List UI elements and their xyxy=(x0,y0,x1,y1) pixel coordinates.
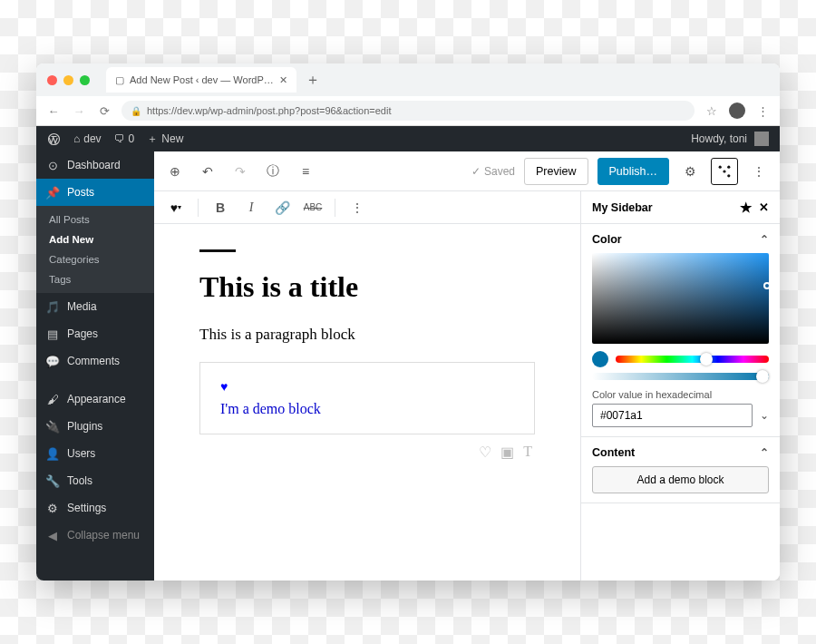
reload-button[interactable]: ⟳ xyxy=(96,104,112,118)
bold-button[interactable]: B xyxy=(208,195,233,220)
sidebar-item-media[interactable]: 🎵 Media xyxy=(36,293,154,320)
wp-body: ⊙ Dashboard 📌 Posts All Posts Add New Ca… xyxy=(36,151,780,581)
sidebar-collapse[interactable]: ◀ Collapse menu xyxy=(36,522,154,549)
chevron-up-icon: ⌃ xyxy=(760,446,769,459)
close-tab-icon[interactable]: ✕ xyxy=(279,74,287,86)
svg-point-1 xyxy=(719,165,722,168)
comment-count: 0 xyxy=(129,132,135,145)
url-bar[interactable]: 🔒 https://dev.wp/wp-admin/post.php?post=… xyxy=(121,101,695,121)
add-demo-block-button[interactable]: Add a demo block xyxy=(592,466,769,493)
chrome-menu-icon[interactable]: ⋮ xyxy=(754,104,771,118)
new-content-link[interactable]: ＋ New xyxy=(147,132,183,147)
color-section-toggle[interactable]: Color ⌃ xyxy=(592,233,769,246)
profile-avatar[interactable] xyxy=(729,102,745,119)
user-avatar[interactable] xyxy=(754,132,769,146)
svg-point-3 xyxy=(727,174,730,177)
wp-admin-bar: ⌂ dev 🗨 0 ＋ New Howdy, toni xyxy=(36,126,780,151)
close-window-button[interactable] xyxy=(47,75,57,85)
comments-link[interactable]: 🗨 0 xyxy=(114,132,135,145)
maximize-window-button[interactable] xyxy=(80,75,90,85)
chevron-down-icon[interactable]: ⌄ xyxy=(760,409,769,422)
redo-button[interactable]: ↷ xyxy=(228,160,252,183)
back-button[interactable]: ← xyxy=(45,104,62,118)
gear-icon: ⚙ xyxy=(45,502,60,515)
demo-block[interactable]: ♥ I'm a demo block ♡ ▣ T xyxy=(199,362,535,434)
plug-icon: 🔌 xyxy=(45,420,60,434)
panel-section-color: Color ⌃ xyxy=(581,224,780,437)
submenu-all-posts[interactable]: All Posts xyxy=(36,210,154,229)
panel-section-content: Content ⌃ Add a demo block xyxy=(581,437,780,503)
submenu-categories[interactable]: Categories xyxy=(36,249,154,269)
block-more-button[interactable]: ⋮ xyxy=(345,195,370,220)
sidebar-item-tools[interactable]: 🔧 Tools xyxy=(36,467,154,494)
heart-icon: ♥ xyxy=(220,379,514,394)
saved-label: Saved xyxy=(484,165,515,178)
panel-title: My Sidebar xyxy=(592,201,653,214)
hex-input-label: Color value in hexadecimal xyxy=(592,389,769,400)
block-heart-icon[interactable]: ♥▾ xyxy=(163,195,189,220)
minimize-window-button[interactable] xyxy=(63,75,73,85)
window-controls xyxy=(47,75,90,85)
star-icon[interactable]: ★ xyxy=(740,200,752,216)
sidebar-label: Tools xyxy=(67,474,92,487)
info-button[interactable]: ⓘ xyxy=(261,160,285,183)
wp-logo-icon[interactable] xyxy=(47,132,61,146)
alpha-thumb[interactable] xyxy=(756,370,769,383)
howdy-text[interactable]: Howdy, toni xyxy=(691,132,747,145)
sidebar-item-posts[interactable]: 📌 Posts xyxy=(36,179,154,206)
link-button[interactable]: 🔗 xyxy=(269,195,295,220)
new-tab-button[interactable]: ＋ xyxy=(304,71,322,89)
document-area[interactable]: This is a title This is a paragraph bloc… xyxy=(154,224,580,460)
image-icon[interactable]: ▣ xyxy=(500,444,514,461)
outline-button[interactable]: ≡ xyxy=(294,160,317,183)
submenu-tags[interactable]: Tags xyxy=(36,269,154,289)
sidebar-item-users[interactable]: 👤 Users xyxy=(36,440,154,467)
tab-title: Add New Post ‹ dev — WordP… xyxy=(130,74,274,85)
content-section-toggle[interactable]: Content ⌃ xyxy=(592,446,769,459)
saturation-picker[interactable] xyxy=(592,253,769,344)
check-icon: ✓ xyxy=(471,165,481,178)
forward-button[interactable]: → xyxy=(71,104,87,118)
post-title[interactable]: This is a title xyxy=(199,270,535,304)
heart-outline-icon[interactable]: ♡ xyxy=(479,444,491,461)
settings-gear-button[interactable]: ⚙ xyxy=(678,160,702,183)
alpha-slider[interactable] xyxy=(592,373,769,380)
browser-tab[interactable]: ▢ Add New Post ‹ dev — WordP… ✕ xyxy=(106,67,296,93)
save-status: ✓ Saved xyxy=(471,165,515,178)
sidebar-item-pages[interactable]: ▤ Pages xyxy=(36,320,154,347)
plugin-sidebar-toggle[interactable] xyxy=(711,158,738,185)
editor-body: ♥▾ B I 🔗 ABC ⋮ This is a title This is a… xyxy=(154,191,780,581)
collapse-icon: ◀ xyxy=(45,529,60,542)
text-icon[interactable]: T xyxy=(523,444,532,461)
dashboard-icon: ⊙ xyxy=(45,159,60,172)
new-label: New xyxy=(161,132,183,145)
undo-button[interactable]: ↶ xyxy=(196,160,219,183)
svg-point-4 xyxy=(727,165,730,168)
sidebar-item-appearance[interactable]: 🖌 Appearance xyxy=(36,385,154,413)
sidebar-item-settings[interactable]: ⚙ Settings xyxy=(36,494,154,522)
editor-canvas: ♥▾ B I 🔗 ABC ⋮ This is a title This is a… xyxy=(154,191,580,581)
panel-header: My Sidebar ★ ✕ xyxy=(581,191,780,224)
hex-input[interactable] xyxy=(592,404,753,427)
sidebar-item-dashboard[interactable]: ⊙ Dashboard xyxy=(36,151,154,179)
separator xyxy=(335,199,335,217)
sidebar-item-comments[interactable]: 💬 Comments xyxy=(36,347,154,375)
preview-button[interactable]: Preview xyxy=(524,158,588,185)
site-link[interactable]: ⌂ dev xyxy=(73,132,102,145)
hue-slider[interactable] xyxy=(616,356,769,363)
block-inserter-button[interactable]: ⊕ xyxy=(163,160,187,183)
color-picker-indicator[interactable] xyxy=(763,282,771,289)
svg-point-2 xyxy=(723,170,725,172)
strikethrough-button[interactable]: ABC xyxy=(300,195,325,220)
publish-button[interactable]: Publish… xyxy=(597,158,670,185)
submenu-add-new[interactable]: Add New xyxy=(36,229,154,249)
sidebar-item-plugins[interactable]: 🔌 Plugins xyxy=(36,413,154,440)
brush-icon: 🖌 xyxy=(45,393,60,406)
hue-thumb[interactable] xyxy=(700,353,713,366)
paragraph-block[interactable]: This is a paragraph block xyxy=(199,326,535,344)
close-panel-icon[interactable]: ✕ xyxy=(759,200,769,214)
bookmark-star-icon[interactable]: ☆ xyxy=(704,104,720,118)
italic-button[interactable]: I xyxy=(238,195,264,220)
demo-block-text[interactable]: I'm a demo block xyxy=(220,401,514,417)
more-menu-button[interactable]: ⋮ xyxy=(747,160,771,183)
